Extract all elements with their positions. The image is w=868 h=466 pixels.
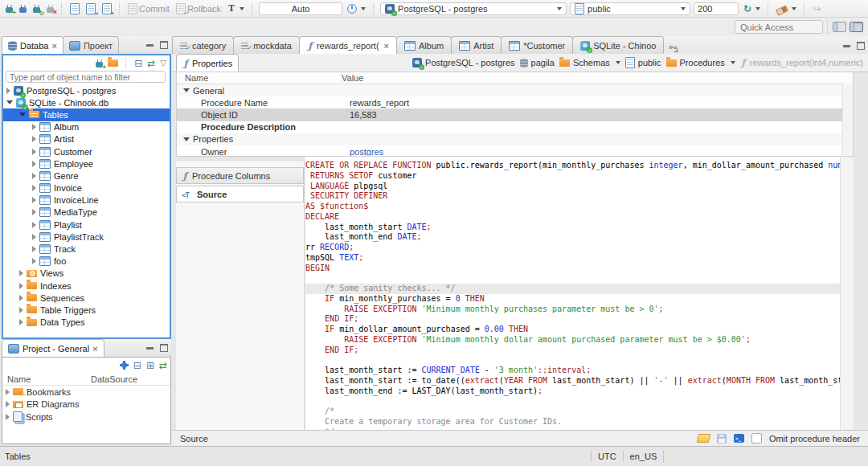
column-header-name[interactable]: Name — [2, 374, 91, 384]
expand-arrow-icon[interactable] — [19, 319, 23, 325]
tree-item-mediatype[interactable]: MediaType — [3, 206, 170, 219]
column-header-name[interactable]: Name — [177, 73, 342, 83]
section-tab-procedure-columns[interactable]: Procedure Columns — [176, 167, 304, 184]
load-from-file-icon[interactable] — [697, 434, 710, 443]
grid-scrollbar[interactable] — [842, 84, 853, 156]
property-row-object-id[interactable]: Object ID16,583 — [177, 108, 853, 121]
tree-item-views[interactable]: Views — [3, 268, 170, 280]
breadcrumb-item-rewards-report-int4-numeric[interactable]: rewards_report(int4,numeric) — [740, 57, 863, 68]
tree-item-foo[interactable]: foo — [3, 255, 170, 268]
editor-tab-rewards-report[interactable]: rewards_report(× — [299, 36, 397, 54]
breadcrumb-item-procedures[interactable]: Procedures — [666, 58, 735, 67]
transaction-log-button[interactable] — [226, 2, 246, 15]
commit-mode-select[interactable]: Auto — [259, 2, 342, 15]
expand-arrow-icon[interactable] — [32, 161, 36, 167]
tree-item-playlist[interactable]: Playlist — [3, 219, 170, 231]
expand-arrow-icon[interactable] — [32, 197, 36, 203]
expand-arrow-icon[interactable] — [6, 389, 10, 395]
expand-arrow-icon[interactable] — [6, 88, 10, 94]
collapse-arrow-icon[interactable] — [6, 100, 13, 104]
column-header-value[interactable]: Value — [342, 73, 363, 83]
column-header-datasource[interactable]: DataSource — [91, 374, 137, 384]
property-row-procedure-name[interactable]: Procedure Namerewards_report — [177, 96, 853, 108]
omit-header-checkbox[interactable] — [751, 433, 762, 444]
collapse-arrow-icon[interactable] — [183, 137, 190, 141]
editor-tab-artist[interactable]: Artist — [451, 36, 502, 54]
link-with-editor-icon[interactable]: ⇄ — [159, 361, 167, 370]
disconnect-button[interactable] — [45, 4, 55, 14]
breadcrumb-item-public[interactable]: public — [625, 57, 661, 68]
status-timezone[interactable]: UTC — [598, 452, 616, 461]
quick-access-input[interactable] — [735, 20, 823, 34]
expand-arrow-icon[interactable] — [32, 124, 36, 130]
editor-tab-mockdata[interactable]: mockdata — [233, 36, 300, 54]
open-console-icon[interactable] — [734, 434, 744, 443]
tree-item-track[interactable]: Track — [3, 243, 170, 255]
tree-item-table-triggers[interactable]: Table Triggers — [3, 304, 170, 316]
dbeaver-perspective-icon[interactable] — [850, 22, 863, 32]
editor-tab-customer[interactable]: *Customer — [501, 36, 573, 54]
close-icon[interactable]: × — [384, 41, 389, 51]
breadcrumb-item-schemas[interactable]: Schemas — [559, 58, 620, 67]
minimize-icon[interactable] — [146, 347, 154, 350]
lasso-tool-button[interactable] — [811, 2, 822, 15]
list-item-scripts[interactable]: Scripts — [2, 411, 170, 423]
query-history-button[interactable] — [346, 3, 367, 14]
new-connection-button[interactable] — [4, 4, 14, 14]
link-with-editor-icon[interactable]: ⇄ — [147, 59, 155, 68]
expand-arrow-icon[interactable] — [32, 209, 36, 215]
status-locale[interactable]: en_US — [630, 452, 657, 461]
tree-item-artist[interactable]: Artist — [3, 133, 170, 145]
editor-tab-category[interactable]: category — [172, 36, 234, 54]
open-sql-editor-button[interactable] — [84, 2, 97, 15]
view-menu-icon[interactable]: ▽ — [160, 59, 166, 68]
tab-database-navigator[interactable]: Databa × — [2, 36, 63, 54]
tree-item-playlisttrack[interactable]: PlaylistTrack — [3, 231, 170, 243]
tree-item-tables[interactable]: Tables — [3, 108, 170, 121]
collapse-all-icon[interactable]: ⊟ — [133, 361, 141, 370]
close-icon[interactable]: × — [51, 42, 56, 50]
commit-button[interactable]: Commit — [126, 2, 171, 15]
open-perspective-icon[interactable] — [833, 22, 846, 32]
expand-arrow-icon[interactable] — [6, 401, 10, 407]
close-icon[interactable]: × — [92, 345, 97, 353]
rollback-button[interactable]: Rollback — [174, 2, 223, 15]
collapse-all-icon[interactable]: ⊟ — [134, 59, 142, 68]
tab-properties[interactable]: Properties — [176, 54, 239, 72]
expand-arrow-icon[interactable] — [19, 295, 23, 301]
tree-item-invoice[interactable]: Invoice — [3, 182, 170, 194]
maximize-icon[interactable] — [160, 41, 168, 49]
collapse-arrow-icon[interactable] — [19, 112, 26, 117]
tab-projects[interactable]: Проект — [63, 36, 119, 54]
property-row-properties[interactable]: Properties — [177, 133, 853, 145]
property-row-procedure-description[interactable]: Procedure Description — [177, 121, 853, 133]
list-item-er-diagrams[interactable]: ER Diagrams — [2, 399, 170, 411]
expand-arrow-icon[interactable] — [32, 173, 36, 179]
expand-arrow-icon[interactable] — [32, 246, 36, 252]
breadcrumb-item-postgresql-postgres[interactable]: PostgreSQL - postgres — [412, 58, 514, 67]
expand-arrow-icon[interactable] — [32, 149, 36, 155]
property-value[interactable]: postgres — [350, 147, 853, 157]
tree-item-postgresql-postgres[interactable]: PostgreSQL - postgres — [3, 84, 170, 96]
refresh-button[interactable] — [742, 2, 762, 15]
connection-select[interactable]: PostgreSQL - postgres — [380, 2, 567, 15]
breadcrumb-item-pagila[interactable]: pagila — [520, 58, 555, 67]
new-connection-icon[interactable] — [96, 62, 103, 67]
tree-item-customer[interactable]: Customer — [3, 145, 170, 157]
expand-arrow-icon[interactable] — [19, 270, 23, 276]
code-scrollbar[interactable] — [840, 157, 854, 430]
new-sql-editor-button[interactable] — [68, 2, 81, 15]
chevron-down-icon[interactable] — [731, 61, 735, 64]
expand-arrow-icon[interactable] — [6, 414, 10, 420]
editor-tab-sqlite-chinoo[interactable]: SQLite - Chinoo — [572, 36, 664, 54]
expand-arrow-icon[interactable] — [32, 258, 36, 264]
save-to-file-icon[interactable] — [717, 434, 727, 444]
expand-arrow-icon[interactable] — [32, 234, 36, 240]
maximize-icon[interactable] — [160, 344, 168, 352]
chevron-down-icon[interactable] — [616, 61, 620, 64]
tree-item-genre[interactable]: Genre — [3, 170, 170, 182]
property-row-general[interactable]: General — [177, 84, 853, 96]
clear-button[interactable] — [775, 3, 798, 14]
property-row-owner[interactable]: Ownerpostgres — [177, 145, 853, 157]
reconnect-button[interactable] — [31, 4, 42, 14]
